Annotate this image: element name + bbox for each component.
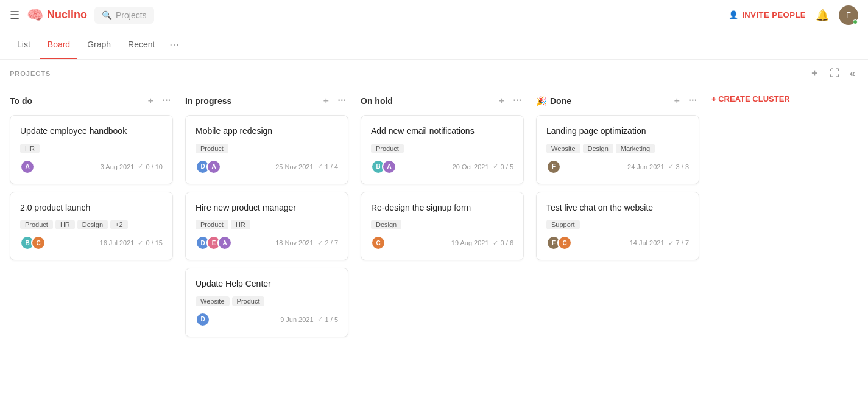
card[interactable]: Landing page optimization WebsiteDesignM… <box>536 115 699 184</box>
column-header-todo: To do ＋ ⋯ <box>10 89 173 115</box>
column-actions-onhold: ＋ ⋯ <box>495 94 524 108</box>
card-tag: Marketing <box>616 144 655 153</box>
card-tag: Design <box>77 220 108 229</box>
card[interactable]: Update employee handbook HR A 3 Aug 2021… <box>10 115 173 184</box>
tab-board[interactable]: Board <box>40 31 77 59</box>
logo-icon: 🧠 <box>27 7 43 23</box>
card-tags: WebsiteDesignMarketing <box>546 144 689 153</box>
card-tag: Design <box>371 220 401 229</box>
add-card-icon[interactable]: ＋ <box>319 94 333 108</box>
column-more-icon[interactable]: ⋯ <box>160 94 173 108</box>
column-title-todo: To do <box>10 96 144 106</box>
column-actions-inprogress: ＋ ⋯ <box>319 94 348 108</box>
card[interactable]: 2.0 product launch ProductHRDesign+2 BC … <box>10 192 173 261</box>
card-tags: HR <box>20 144 163 153</box>
card-footer: DEA 18 Nov 2021 ✓ 2 / 7 <box>196 236 338 250</box>
card-avatars: D <box>196 312 206 327</box>
progress-value: 1 / 5 <box>325 316 338 323</box>
add-card-icon[interactable]: ＋ <box>495 94 508 108</box>
card-date: 16 Jul 2021 <box>100 239 135 246</box>
progress-value: 0 / 10 <box>146 163 163 170</box>
card[interactable]: Add new email notifications Product BA 2… <box>361 115 524 184</box>
card[interactable]: Test live chat on the website Support FC… <box>536 192 699 261</box>
column-header-inprogress: In progress ＋ ⋯ <box>185 89 348 115</box>
card[interactable]: Update Help Center WebsiteProduct D 9 Ju… <box>185 268 348 337</box>
card-avatars: DA <box>196 159 217 174</box>
invite-label: INVITE PEOPLE <box>742 10 806 19</box>
card-footer: FC 14 Jul 2021 ✓ 7 / 7 <box>546 236 689 250</box>
card-avatars: F <box>546 159 557 174</box>
card-avatars: DEA <box>196 236 228 250</box>
create-cluster-button[interactable]: + CREATE CLUSTER <box>711 89 790 108</box>
card-avatar: A <box>206 159 221 174</box>
user-avatar[interactable]: F <box>839 5 858 25</box>
card-date: 20 Oct 2021 <box>453 163 489 170</box>
card-date: 9 Jun 2021 <box>280 316 313 323</box>
check-icon: ✓ <box>317 239 323 247</box>
card-title: Test live chat on the website <box>546 202 689 214</box>
tab-graph[interactable]: Graph <box>80 31 118 59</box>
tabbar: List Board Graph Recent ⋯ <box>0 30 868 60</box>
card-footer: F 24 Jun 2021 ✓ 3 / 3 <box>546 159 689 174</box>
add-card-icon[interactable]: ＋ <box>144 94 157 108</box>
tab-more-icon[interactable]: ⋯ <box>164 30 184 59</box>
card-tags: ProductHRDesign+2 <box>20 220 163 229</box>
projects-label: PROJECTS <box>10 70 51 77</box>
column-title-text: In progress <box>185 96 231 106</box>
card-title: 2.0 product launch <box>20 202 163 214</box>
card-footer-right: 14 Jul 2021 ✓ 7 / 7 <box>630 239 689 247</box>
card-progress: ✓ 0 / 10 <box>138 163 163 170</box>
column-title-inprogress: In progress <box>185 96 319 106</box>
card-date: 18 Nov 2021 <box>275 239 313 246</box>
column-title-done: 🎉 Done <box>536 96 670 106</box>
card-title: Re-design the signup form <box>371 202 513 214</box>
card-progress: ✓ 0 / 6 <box>493 239 513 247</box>
progress-value: 0 / 6 <box>501 239 513 246</box>
column-more-icon[interactable]: ⋯ <box>510 94 524 108</box>
card-tag: Design <box>583 144 613 153</box>
column-more-icon[interactable]: ⋯ <box>335 94 348 108</box>
topbar-left: ☰ 🧠 Nuclino 🔍 Projects <box>10 7 154 24</box>
card-tag: Website <box>546 144 580 153</box>
check-icon: ✓ <box>138 163 143 170</box>
tab-list[interactable]: List <box>10 31 38 59</box>
search-icon: 🔍 <box>102 10 112 20</box>
column-title-text: To do <box>10 96 32 106</box>
card-footer-right: 19 Aug 2021 ✓ 0 / 6 <box>451 239 513 247</box>
card-title: Update employee handbook <box>20 125 163 138</box>
card-avatars: BC <box>20 236 42 250</box>
card-footer: DA 25 Nov 2021 ✓ 1 / 4 <box>196 159 338 174</box>
logo-text: Nuclino <box>47 9 87 21</box>
card-footer-right: 25 Nov 2021 ✓ 1 / 4 <box>275 163 338 170</box>
logo[interactable]: 🧠 Nuclino <box>27 7 87 23</box>
card-tag: Product <box>371 144 404 153</box>
card-title: Update Help Center <box>196 278 338 290</box>
expand-icon[interactable]: ⛶ <box>827 67 842 80</box>
progress-value: 2 / 7 <box>325 239 338 246</box>
column-done: 🎉 Done ＋ ⋯ Landing page optimization Web… <box>536 89 699 268</box>
progress-value: 0 / 15 <box>146 239 163 246</box>
column-more-icon[interactable]: ⋯ <box>686 94 699 108</box>
column-inprogress: In progress ＋ ⋯ Mobile app redesign Prod… <box>185 89 348 344</box>
card-footer: D 9 Jun 2021 ✓ 1 / 5 <box>196 312 338 327</box>
search-bar[interactable]: 🔍 Projects <box>94 7 154 24</box>
card-tag: Product <box>196 220 228 229</box>
tab-recent[interactable]: Recent <box>121 31 162 59</box>
card[interactable]: Hire new product manager ProductHR DEA 1… <box>185 192 348 261</box>
card-footer: BA 20 Oct 2021 ✓ 0 / 5 <box>371 159 513 174</box>
add-card-icon[interactable]: ＋ <box>670 94 683 108</box>
card[interactable]: Mobile app redesign Product DA 25 Nov 20… <box>185 115 348 184</box>
menu-icon[interactable]: ☰ <box>10 9 19 22</box>
card-avatar: F <box>546 159 561 174</box>
card-tags: Product <box>371 144 513 153</box>
card-title: Landing page optimization <box>546 125 689 138</box>
notifications-icon[interactable]: 🔔 <box>816 9 829 22</box>
add-project-icon[interactable]: ＋ <box>807 66 822 81</box>
topbar-right: 👤 INVITE PEOPLE 🔔 F <box>729 5 858 25</box>
card-tags: Support <box>546 220 689 229</box>
invite-people-button[interactable]: 👤 INVITE PEOPLE <box>729 10 806 19</box>
card-avatar: A <box>217 236 232 250</box>
card-footer-right: 16 Jul 2021 ✓ 0 / 15 <box>100 239 163 247</box>
card[interactable]: Re-design the signup form Design C 19 Au… <box>361 192 524 261</box>
collapse-icon[interactable]: « <box>847 67 858 80</box>
